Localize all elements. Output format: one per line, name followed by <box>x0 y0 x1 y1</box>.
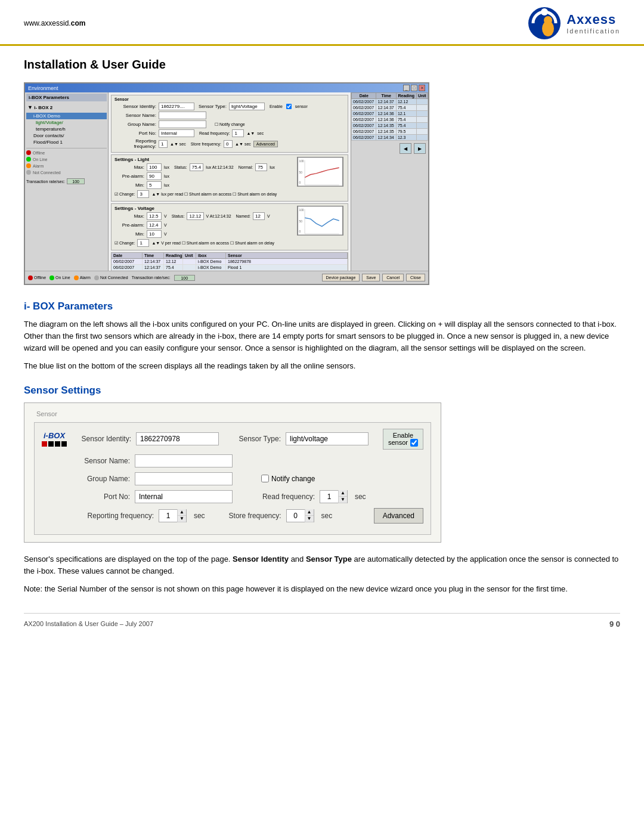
list-item: 06/02/200712:14:3712.12i-BOX Demo1862279… <box>112 259 348 265</box>
cancel-btn[interactable]: Cancel <box>382 274 404 281</box>
sensor-report-field[interactable]: 1 <box>159 140 168 148</box>
logo-area: Axxess Identification <box>527 6 620 41</box>
maximize-btn[interactable]: □ <box>411 85 417 91</box>
group-label: Group Name: <box>76 475 130 483</box>
store-freq-input[interactable] <box>287 510 305 521</box>
sensor-ui-inner: i-BOX Sensor Identity: Sensor Type: <box>34 422 431 535</box>
svg-text:50: 50 <box>299 220 302 223</box>
ibox-sq-black1 <box>48 441 54 447</box>
sensor-read-field[interactable]: 1 <box>232 129 244 137</box>
group-input[interactable] <box>135 472 233 485</box>
list-item: 06/02/200712:14:3775.4i-BOX DemoFlood 1 <box>112 265 348 271</box>
report-freq-down[interactable]: ▼ <box>178 516 186 522</box>
port-label: Port No: <box>76 493 130 501</box>
read-freq-down[interactable]: ▼ <box>339 497 347 503</box>
report-freq-stepper[interactable]: ▲ ▼ <box>159 509 187 522</box>
tree-item-flood[interactable]: Flood/Flood 1 <box>26 139 107 145</box>
chart-voltage: 100 50 0 <box>297 206 343 236</box>
ibox-body2: The blue list on the bottom of the scree… <box>24 360 620 372</box>
notify-checkbox[interactable] <box>261 475 269 482</box>
type-label: Sensor Type: <box>233 435 281 443</box>
sensor-type-field: light/Voltage <box>229 103 265 110</box>
read-freq-stepper[interactable]: ▲ ▼ <box>320 490 348 503</box>
footer-left: AX200 Installation & User Guide – July 2… <box>24 620 153 627</box>
screenshot-titlebar: Environment _ □ ✕ <box>25 83 428 92</box>
svg-text:50: 50 <box>299 171 302 174</box>
advanced-button[interactable]: Advanced <box>374 508 423 524</box>
readings-prev-btn[interactable]: ◀ <box>400 143 411 154</box>
logo-name: Axxess <box>566 12 616 27</box>
header-url-bold: com <box>71 19 86 27</box>
titlebar-buttons: _ □ ✕ <box>403 85 425 91</box>
report-freq-up[interactable]: ▲ <box>178 509 186 516</box>
sensor-name-field[interactable] <box>159 112 206 119</box>
sensor-settings-section: Sensor Settings Sensor i-BOX Sen <box>24 385 620 543</box>
report-freq-input[interactable] <box>159 510 177 521</box>
readings-next-btn[interactable]: ▶ <box>414 143 426 154</box>
action-buttons: Device package Save Cancel Close <box>322 274 425 281</box>
page-title: Installation & User Guide <box>24 58 620 72</box>
report-freq-label: Reporting frequency: <box>76 512 154 520</box>
table-row: 06/02/200712:14:3712.12 <box>352 99 428 105</box>
sensor-row-3: Group Name: Notify change <box>42 472 423 485</box>
footer-page: 9 0 <box>609 620 620 628</box>
tree-item-door[interactable]: Door contacts/ <box>26 132 107 139</box>
tree-item-temp[interactable]: temperature/h <box>26 126 107 132</box>
identity-label: Sensor Identity: <box>78 435 131 443</box>
store-freq-stepper[interactable]: ▲ ▼ <box>286 509 314 522</box>
tree-root: i- BOX 2 <box>34 105 52 110</box>
minimize-btn[interactable]: _ <box>403 85 410 91</box>
ibox-label: i-BOX <box>44 431 65 440</box>
sensor-identity-field: 1862279.... <box>159 103 194 110</box>
notify-change-label[interactable]: Notify change <box>261 475 315 483</box>
report-freq-btns: ▲ ▼ <box>177 509 186 522</box>
enable-sensor-checkbox[interactable] <box>410 439 418 447</box>
header-url: www.axxessid.com <box>24 19 85 27</box>
sensor-row-port: Port No: Internal Read frequency: 1 ▲▼ s… <box>114 129 345 137</box>
transaction-label: Transaction rate/sec: <box>132 275 171 280</box>
logo-tagline: Identification <box>566 27 620 35</box>
device-package-btn[interactable]: Device package <box>322 274 360 281</box>
table-row: 06/02/200712:14:3575.4 <box>352 123 428 129</box>
sensor-ui-box: Sensor i-BOX Sensor Identity: <box>24 402 441 543</box>
store-unit: sec <box>321 512 333 520</box>
body-para1-mid: and <box>289 555 306 563</box>
advanced-btn-ss[interactable]: Advanced <box>253 141 278 147</box>
right-readings-panel: Date Time Reading Unit 06/02/200712:14:3… <box>351 92 428 282</box>
close-btn[interactable]: ✕ <box>419 85 425 91</box>
close-btn-bar[interactable]: Close <box>406 274 425 281</box>
table-row: 06/02/200712:14:3579.5 <box>352 129 428 135</box>
settings-light-box: Settings - Light Max:100luxStatus:75.4lu… <box>111 154 348 202</box>
sensor-store-field[interactable]: 0 <box>224 140 233 148</box>
store-freq-down[interactable]: ▼ <box>305 516 314 522</box>
svg-text:100: 100 <box>299 209 304 212</box>
col-reading: Reading <box>396 93 416 99</box>
name-input[interactable] <box>135 454 233 467</box>
body-para1-start: Sensor's specifications are displayed on… <box>24 555 233 563</box>
save-btn[interactable]: Save <box>362 274 380 281</box>
logo-icon <box>527 6 562 41</box>
table-row: 06/02/200712:14:3775.4 <box>352 105 428 111</box>
read-freq-btns: ▲ ▼ <box>338 490 347 503</box>
sensor-row-5: Reporting frequency: ▲ ▼ sec Store frequ… <box>42 508 423 524</box>
sensor-group-field[interactable] <box>159 120 206 128</box>
enable-text: Enable <box>388 432 418 439</box>
tree-item-ibox[interactable]: i-BOX Demo <box>26 113 107 119</box>
identity-input[interactable] <box>136 432 219 445</box>
transaction-rate: 100 <box>174 275 195 281</box>
status-alarm: Alarm <box>80 275 91 280</box>
tree-item-light[interactable]: light/Voltage/ <box>26 119 107 126</box>
sensor-row-4: Port No: Read frequency: ▲ ▼ sec <box>42 490 423 503</box>
body-para1: Sensor's specifications are displayed on… <box>24 553 620 577</box>
sensor-row-name: Sensor Name: <box>114 112 345 119</box>
read-freq-input[interactable] <box>320 491 338 502</box>
logo-text-area: Axxess Identification <box>566 12 620 35</box>
ibox-section: i- BOX Parameters The diagram on the lef… <box>24 301 620 373</box>
store-freq-up[interactable]: ▲ <box>305 509 314 516</box>
readings-table: Date Time Reading Unit 06/02/200712:14:3… <box>351 92 428 141</box>
status-offline: Offline <box>34 275 46 280</box>
sensor-section: Sensor Sensor Identity: 1862279.... Sens… <box>111 95 348 153</box>
read-freq-up[interactable]: ▲ <box>339 490 347 497</box>
enable-checkbox[interactable] <box>286 104 292 109</box>
store-freq-label: Store frequency: <box>222 512 281 520</box>
